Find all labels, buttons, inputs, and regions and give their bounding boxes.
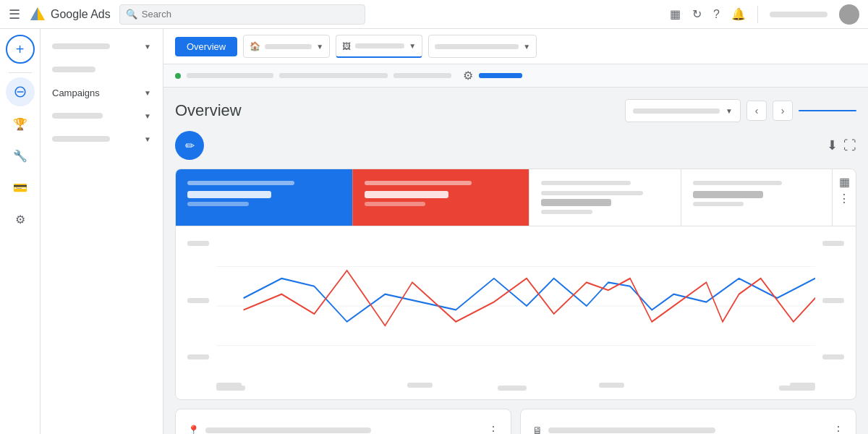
filter-bar: ⚙ bbox=[163, 64, 868, 88]
chevron-down-icon-3: ▼ bbox=[523, 43, 530, 51]
rail-settings-icon[interactable]: ⚙ bbox=[6, 205, 35, 234]
bottom-cards: 📍 ⋮ 🖥 ⋮ bbox=[175, 409, 856, 434]
chart-type-icon[interactable]: ▦ bbox=[839, 175, 850, 189]
rail-campaigns-icon[interactable] bbox=[6, 77, 35, 106]
search-box: 🔍 bbox=[119, 4, 365, 25]
metric-plain-1[interactable] bbox=[529, 169, 680, 226]
chevron-down-icon-date: ▼ bbox=[726, 107, 733, 115]
search-input[interactable] bbox=[142, 9, 359, 20]
logo-icon bbox=[29, 6, 46, 23]
main-content: Overview 🏠 ▼ 🖼 ▼ ▼ ⚙ bbox=[163, 29, 868, 434]
sub-nav: Overview 🏠 ▼ 🖼 ▼ ▼ bbox=[163, 29, 868, 64]
download-icon[interactable]: ⬇ bbox=[827, 137, 838, 153]
bottom-card-location: 📍 ⋮ bbox=[175, 409, 511, 434]
sidebar-item-1[interactable]: ▼ bbox=[41, 104, 163, 127]
more-icon-card2[interactable]: ⋮ bbox=[833, 424, 844, 435]
hamburger-icon[interactable]: ☰ bbox=[9, 7, 20, 22]
metric-blue[interactable] bbox=[176, 169, 352, 226]
svg-marker-1 bbox=[30, 7, 38, 20]
metric-plain-2[interactable] bbox=[681, 169, 832, 226]
edit-button[interactable]: ✏ bbox=[175, 131, 204, 160]
sidebar: ▼ Campaigns ▼ ▼ ▼ bbox=[41, 29, 163, 434]
chart-area bbox=[176, 226, 856, 386]
sidebar-item-overview-active[interactable] bbox=[41, 58, 163, 81]
refresh-icon[interactable]: ↻ bbox=[692, 7, 702, 21]
metric-red[interactable] bbox=[352, 169, 529, 226]
status-dot bbox=[175, 73, 181, 79]
dropdown-filter[interactable]: ▼ bbox=[428, 35, 537, 58]
create-button[interactable]: + bbox=[6, 35, 35, 64]
sidebar-campaigns-header[interactable]: Campaigns ▼ bbox=[41, 81, 163, 104]
avatar[interactable] bbox=[839, 4, 859, 25]
overview-title: Overview bbox=[175, 101, 625, 120]
chevron-down-icon-2: ▼ bbox=[409, 42, 416, 50]
bottom-card-display: 🖥 ⋮ bbox=[520, 409, 856, 434]
chart-card: ▦ ⋮ bbox=[175, 169, 856, 400]
location-icon: 📍 bbox=[187, 425, 200, 434]
date-range-dropdown[interactable]: ▼ bbox=[625, 99, 741, 122]
dropdown-home[interactable]: 🏠 ▼ bbox=[243, 35, 330, 58]
sidebar-item-overview[interactable]: ▼ bbox=[41, 35, 163, 58]
search-icon: 🔍 bbox=[126, 9, 137, 20]
rail-tools-icon[interactable]: 🔧 bbox=[6, 141, 35, 170]
rail-goals-icon[interactable]: 🏆 bbox=[6, 109, 35, 138]
logo: Google Ads bbox=[29, 6, 111, 23]
rail-billing-icon[interactable]: 💳 bbox=[6, 173, 35, 202]
dropdown-image[interactable]: 🖼 ▼ bbox=[336, 35, 422, 58]
next-arrow[interactable]: › bbox=[773, 101, 793, 121]
sidebar-item-2[interactable]: ▼ bbox=[41, 127, 163, 150]
gear-icon[interactable]: ⚙ bbox=[463, 69, 473, 82]
overview-header: Overview ▼ ‹ › bbox=[175, 99, 856, 122]
chevron-down-icon: ▼ bbox=[316, 43, 323, 51]
app-title: Google Ads bbox=[51, 8, 111, 21]
help-icon[interactable]: ? bbox=[713, 8, 720, 21]
notifications-icon[interactable]: 🔔 bbox=[731, 7, 746, 21]
display-icon: 🖥 bbox=[532, 425, 542, 434]
home-icon: 🏠 bbox=[250, 41, 260, 51]
fullscreen-icon[interactable]: ⛶ bbox=[843, 138, 856, 153]
red-series bbox=[244, 271, 815, 326]
image-icon: 🖼 bbox=[342, 41, 351, 51]
table-icon[interactable]: ▦ bbox=[670, 7, 681, 21]
left-rail: + 🏆 🔧 💳 ⚙ bbox=[0, 29, 41, 434]
overview-tab[interactable]: Overview bbox=[175, 37, 237, 56]
metrics-row: ▦ ⋮ bbox=[176, 169, 856, 226]
blue-series bbox=[244, 271, 815, 322]
line-chart bbox=[216, 235, 815, 377]
more-icon[interactable]: ⋮ bbox=[838, 192, 850, 205]
prev-arrow[interactable]: ‹ bbox=[746, 101, 767, 121]
more-icon-card1[interactable]: ⋮ bbox=[488, 424, 499, 435]
